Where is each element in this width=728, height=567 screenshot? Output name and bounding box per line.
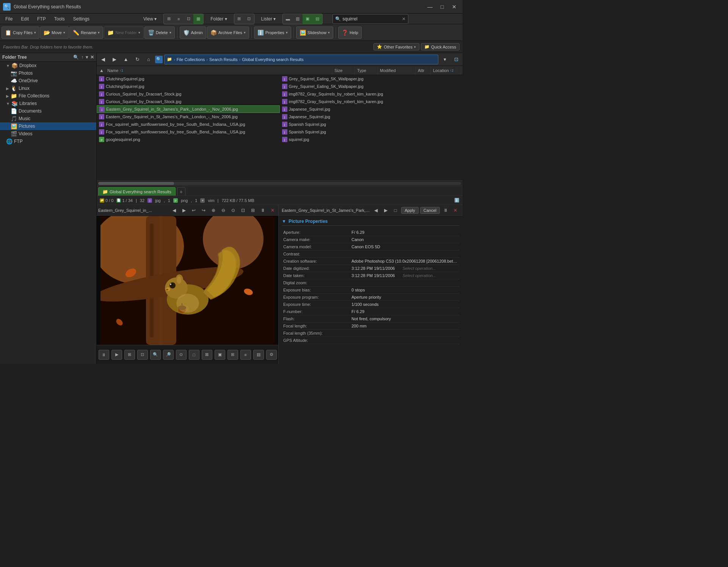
- menu-lister[interactable]: Lister ▾: [257, 16, 280, 22]
- nav-dropdown-button[interactable]: ▾: [440, 55, 450, 64]
- search-input[interactable]: [342, 16, 402, 22]
- date-digitized-op[interactable]: Select operation...: [402, 266, 436, 271]
- delete-dropdown-arrow[interactable]: ▾: [169, 31, 171, 34]
- tree-item-music[interactable]: 🎵 Music: [0, 115, 96, 122]
- nav-refresh-button[interactable]: ↻: [132, 55, 142, 64]
- slideshow-button[interactable]: 🖼️ Slideshow ▾: [296, 27, 333, 39]
- meta-val[interactable]: [351, 331, 458, 335]
- preview-pause-button[interactable]: ⏸: [259, 207, 267, 214]
- apply-button[interactable]: Apply: [401, 207, 419, 214]
- preview-zoom-out-button[interactable]: ⊖: [219, 207, 228, 214]
- file-item[interactable]: j Grey_Squirrel_Eating_5K_Wallpaper.jpg: [280, 75, 463, 83]
- menu-ftp[interactable]: FTP: [33, 16, 50, 22]
- meta-expand-button[interactable]: □: [391, 207, 400, 214]
- col-location[interactable]: Location ↑2: [431, 66, 461, 75]
- menu-folder[interactable]: Folder ▾: [207, 16, 231, 22]
- down-tree-icon[interactable]: ▾: [86, 55, 88, 60]
- tree-item-dropbox[interactable]: ▼ 📦 Dropbox: [0, 62, 96, 69]
- meta-close-button[interactable]: ✕: [451, 207, 460, 214]
- up-tree-icon[interactable]: ↑: [81, 55, 83, 60]
- nav-home-button[interactable]: ⌂: [144, 55, 154, 64]
- view-btn-4[interactable]: ▦: [193, 14, 203, 24]
- archive-files-button[interactable]: 📦 Archive Files ▾: [207, 27, 249, 39]
- ctrl-pause-button[interactable]: ⏸: [99, 350, 109, 360]
- meta-val[interactable]: [351, 252, 458, 256]
- menu-file[interactable]: File: [2, 16, 16, 22]
- file-item[interactable]: j Fox_squirrel_with_sunflowerseed_by_tre…: [97, 128, 280, 136]
- new-folder-dropdown-arrow[interactable]: ▾: [138, 31, 140, 34]
- search-tree-icon[interactable]: 🔍: [73, 55, 79, 60]
- file-item[interactable]: j Grey_Squirrel_Eating_5K_Wallpaper.jpg: [280, 83, 463, 90]
- col-attr[interactable]: Attr: [416, 66, 431, 75]
- col-size[interactable]: Size: [332, 66, 355, 75]
- ctrl-zoom2-button[interactable]: 🔎: [163, 350, 174, 360]
- nav-up-button[interactable]: ▲: [121, 55, 131, 64]
- ctrl-settings-button[interactable]: ⚙: [266, 350, 277, 360]
- admin-button[interactable]: 🛡️ Admin: [180, 27, 206, 39]
- meta-val[interactable]: 1/100 seconds: [351, 302, 458, 307]
- new-folder-button[interactable]: 📁 New Folder ▾: [104, 27, 143, 39]
- menu-settings[interactable]: Settings: [69, 16, 93, 22]
- meta-val[interactable]: F/ 6.29: [351, 309, 458, 314]
- view-btn-2[interactable]: ≡: [174, 14, 184, 24]
- meta-val[interactable]: Not fired, compulsory: [351, 316, 458, 321]
- ctrl-grid2-button[interactable]: ⊡: [137, 350, 148, 360]
- breadcrumb-part-1[interactable]: File Collections: [177, 57, 205, 62]
- date-taken-value[interactable]: 3:12:28 PM 19/11/2006: [351, 273, 395, 278]
- ctrl-play-button[interactable]: ▶: [111, 350, 122, 360]
- menu-view[interactable]: View ▾: [140, 16, 160, 22]
- ctrl-grid-button[interactable]: ⊞: [124, 350, 135, 360]
- move-button[interactable]: 📂 Move ▾: [40, 27, 69, 39]
- preview-view-button-1[interactable]: ⊡: [239, 207, 247, 214]
- ctrl-view1-button[interactable]: □: [189, 350, 199, 360]
- ctrl-view2-button[interactable]: ⊠: [202, 350, 212, 360]
- file-item[interactable]: j Japanese_Squirrel.jpg: [280, 113, 463, 121]
- properties-button[interactable]: ℹ️ Properties ▾: [254, 27, 291, 39]
- search-clear-icon[interactable]: ✕: [402, 16, 406, 22]
- preview-next-button[interactable]: ▶: [180, 207, 188, 214]
- lister-view-2[interactable]: ▥: [293, 14, 303, 24]
- other-favorites-button[interactable]: ⭐ Other Favorites ▾: [373, 43, 419, 50]
- rename-button[interactable]: ✏️ Rename ▾: [69, 27, 104, 39]
- file-item-selected[interactable]: j Eastern_Grey_Squirrel_in_St_James's_Pa…: [97, 105, 280, 113]
- ctrl-view4-button[interactable]: ⊞: [228, 350, 238, 360]
- meta-val[interactable]: 200 mm: [351, 324, 458, 328]
- lister-view-1[interactable]: ▬: [283, 14, 293, 24]
- tree-item-libraries[interactable]: ▼ 📚 Libraries: [0, 100, 96, 107]
- ctrl-view5-button[interactable]: ≡: [240, 350, 251, 360]
- preview-prev-button[interactable]: ◀: [170, 207, 178, 214]
- file-item[interactable]: j Spanish Squirrel.jpg: [280, 128, 463, 136]
- tree-item-pictures[interactable]: 🖼️ Pictures: [0, 122, 96, 130]
- meta-prev-button[interactable]: ◀: [372, 207, 380, 214]
- file-item[interactable]: j Fox_squirrel_with_sunflowerseed_by_tre…: [97, 121, 280, 128]
- lister-view-4[interactable]: ▤: [312, 14, 322, 24]
- tab-global-search[interactable]: 📁 Global Everything search Results: [98, 187, 176, 196]
- scrollbar-thumb[interactable]: [98, 182, 174, 185]
- ctrl-zoom3-button[interactable]: ⊙: [176, 350, 187, 360]
- tree-item-linux[interactable]: ▶ 🐧 Linux: [0, 85, 96, 92]
- file-item[interactable]: j Curious_Squirrel_by_Dracoart_Stock.jpg: [97, 90, 280, 98]
- preview-back-button[interactable]: ↩: [190, 207, 198, 214]
- tree-item-photos[interactable]: 📷 Photos: [0, 69, 96, 77]
- tree-item-videos[interactable]: 🎬 Videos: [0, 130, 96, 138]
- meta-pause-button[interactable]: ⏸: [441, 207, 450, 214]
- meta-val[interactable]: F/ 6.29: [351, 230, 458, 235]
- move-dropdown-arrow[interactable]: ▾: [63, 31, 65, 34]
- file-item[interactable]: j squirrel.jpg: [280, 136, 463, 143]
- file-item[interactable]: j ClutchingSquirrel.jpg: [97, 83, 280, 90]
- collapse-icon[interactable]: ▼: [282, 219, 286, 224]
- col-modified[interactable]: Modified: [378, 66, 416, 75]
- meta-val[interactable]: Aperture priority: [351, 295, 458, 299]
- tree-item-documents[interactable]: 📄 Documents: [0, 107, 96, 115]
- tree-item-onedrive[interactable]: ☁️ OneDrive: [0, 77, 96, 85]
- archive-dropdown-arrow[interactable]: ▾: [244, 31, 246, 34]
- file-item[interactable]: j Eastern_Grey_Squirrel_in_St_James's_Pa…: [97, 113, 280, 121]
- meta-next-button[interactable]: ▶: [381, 207, 390, 214]
- close-button[interactable]: ✕: [449, 3, 460, 11]
- date-taken-op[interactable]: Select operation...: [402, 273, 436, 278]
- file-item[interactable]: j Japanese_Squirrel.jpg: [280, 105, 463, 113]
- file-item[interactable]: j ClutchingSquirrel.jpg: [97, 75, 280, 83]
- meta-val[interactable]: Canon EOS 5D: [351, 244, 458, 249]
- file-item[interactable]: j Curious_Squirrel_by_Dracoart_Stock.jpg: [97, 98, 280, 105]
- quick-access-button[interactable]: 📁 Quick Access: [421, 43, 460, 50]
